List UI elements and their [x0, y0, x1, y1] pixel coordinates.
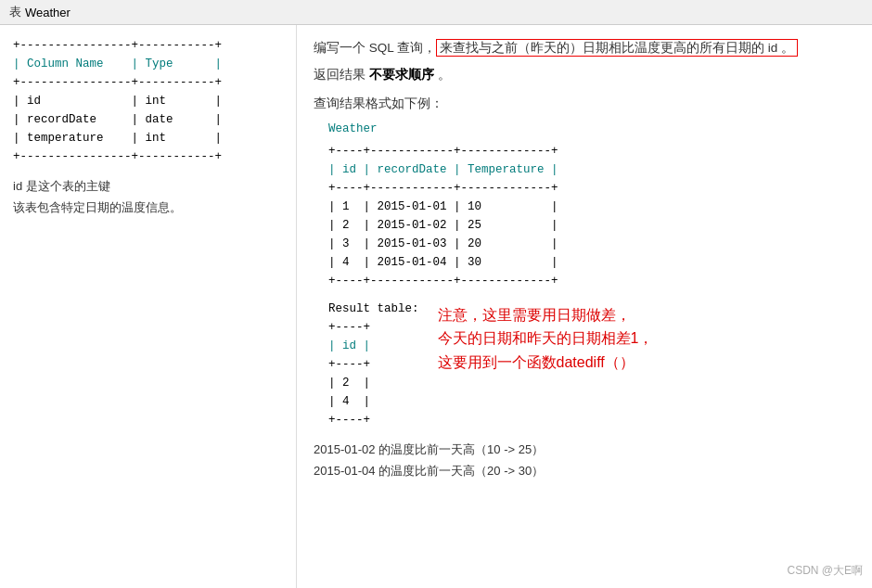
annotation-block: 注意，这里需要用日期做差， 今天的日期和昨天的日期相差1， 这要用到一个函数da… [438, 303, 654, 375]
footer-notes: 2015-01-02 的温度比前一天高（10 -> 25） 2015-01-04… [314, 439, 855, 482]
return-suffix: 。 [434, 68, 451, 82]
schema-note-1: id 是这个表的主键 [13, 175, 283, 197]
result-label: Result table: [328, 300, 419, 318]
annotation-line-3: 这要用到一个函数datediff（） [438, 351, 654, 375]
left-panel: +----------------+-----------+ | Column … [0, 25, 297, 588]
annotation-line-1: 注意，这里需要用日期做差， [438, 303, 654, 327]
schema-note: id 是这个表的主键 该表包含特定日期的温度信息。 [13, 175, 283, 219]
result-block: Result table: +----+ | id | +----+ | 2 |… [314, 300, 419, 429]
example-table: +----+------------+-------------+ | id |… [328, 142, 855, 290]
schema-note-2: 该表包含特定日期的温度信息。 [13, 197, 283, 218]
footer-note-2: 2015-01-04 的温度比前一天高（20 -> 30） [314, 460, 855, 481]
table-name: Weather [25, 6, 71, 19]
schema-block: +----------------+-----------+ | Column … [13, 36, 283, 166]
instruction-part1: 编写一个 SQL 查询， [314, 41, 436, 55]
top-bar: 表 Weather [0, 0, 872, 25]
no-order-text: 不要求顺序 [369, 68, 434, 82]
instruction-highlighted: 来查找与之前（昨天的）日期相比温度更高的所有日期的 id 。 [436, 39, 798, 57]
csdn-watermark: CSDN @大E啊 [787, 563, 863, 579]
example-table-name: Weather [328, 120, 855, 138]
return-instruction: 返回结果 不要求顺序 。 [314, 65, 855, 86]
result-table: +----+ | id | +----+ | 2 | | 4 | +----+ [328, 318, 419, 429]
table-keyword: 表 [9, 4, 21, 20]
result-with-annotation: Result table: +----+ | id | +----+ | 2 |… [314, 300, 855, 429]
right-panel: 编写一个 SQL 查询，来查找与之前（昨天的）日期相比温度更高的所有日期的 id… [297, 25, 872, 588]
return-prefix: 返回结果 [314, 68, 369, 82]
example-label: 查询结果格式如下例： [314, 96, 855, 112]
instruction-line: 编写一个 SQL 查询，来查找与之前（昨天的）日期相比温度更高的所有日期的 id… [314, 38, 855, 59]
annotation-line-2: 今天的日期和昨天的日期相差1， [438, 326, 654, 351]
footer-note-1: 2015-01-02 的温度比前一天高（10 -> 25） [314, 439, 855, 460]
